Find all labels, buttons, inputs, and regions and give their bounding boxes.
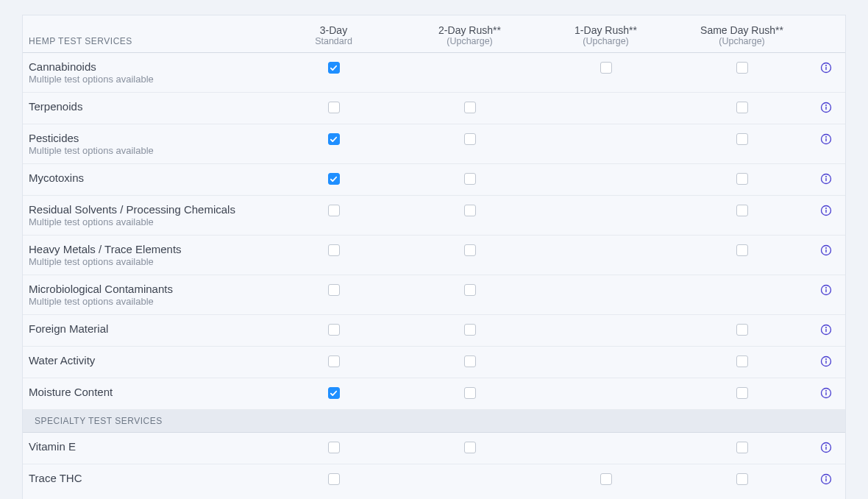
info-icon[interactable] (820, 244, 832, 256)
svg-rect-29 (825, 392, 826, 396)
checkbox-sameday[interactable] (736, 324, 748, 336)
info-icon[interactable] (820, 133, 832, 145)
row-label: Terpenoids (23, 100, 266, 113)
checkbox-3day[interactable] (328, 173, 340, 185)
checkbox-2day[interactable] (464, 244, 476, 256)
info-icon[interactable] (820, 205, 832, 216)
section-header: SPECIALTY TEST SERVICES (23, 410, 845, 433)
column-sameday: Same Day Rush** (Upcharge) (674, 24, 810, 46)
column-2day: 2-Day Rush** (Upcharge) (402, 24, 538, 46)
table-row: Foreign Material (23, 315, 845, 347)
checkbox-sameday[interactable] (736, 442, 748, 453)
svg-point-7 (825, 136, 827, 138)
svg-point-28 (825, 390, 827, 392)
checkbox-2day[interactable] (464, 205, 476, 216)
svg-rect-8 (825, 138, 826, 142)
info-icon[interactable] (820, 387, 832, 399)
table-row: Trace THC (23, 464, 845, 495)
checkbox-3day[interactable] (328, 473, 340, 485)
row-label: Water Activity (23, 354, 266, 367)
checkbox-2day[interactable] (464, 387, 476, 399)
checkbox-3day[interactable] (328, 355, 340, 367)
table-row: PesticidesMultiple test options availabl… (23, 124, 845, 164)
checkbox-3day[interactable] (328, 324, 340, 336)
svg-point-1 (825, 65, 827, 66)
test-name: Trace THC (29, 472, 266, 484)
checkbox-2day[interactable] (464, 355, 476, 367)
svg-rect-35 (825, 478, 826, 482)
table-row: Residual Solvents / Processing Chemicals… (23, 196, 845, 236)
svg-point-22 (825, 327, 827, 328)
checkbox-sameday[interactable] (736, 244, 748, 256)
checkbox-3day[interactable] (328, 205, 340, 216)
table-row: Vitamin E (23, 433, 845, 464)
info-icon[interactable] (820, 284, 832, 296)
checkbox-2day[interactable] (464, 102, 476, 113)
table-row: Mycotoxins (23, 164, 845, 196)
checkbox-3day[interactable] (328, 244, 340, 256)
column-1day: 1-Day Rush** (Upcharge) (538, 24, 674, 46)
table-header-row: HEMP TEST SERVICES 3-Day Standard 2-Day … (23, 15, 845, 53)
test-name: Cannabinoids (29, 60, 266, 73)
checkbox-sameday[interactable] (736, 173, 748, 185)
svg-rect-17 (825, 250, 826, 253)
table-row: Moisture Content (23, 378, 845, 410)
test-name: Vitamin E (29, 440, 266, 453)
section-label: HEMP TEST SERVICES (29, 36, 266, 46)
table-row: Heavy Metals / Trace ElementsMultiple te… (23, 236, 845, 275)
footnote: ** Additional upcharge applies for all r… (23, 495, 845, 499)
svg-point-10 (825, 176, 827, 177)
test-services-table: HEMP TEST SERVICES 3-Day Standard 2-Day … (22, 15, 846, 499)
test-subtext: Multiple test options available (29, 74, 266, 85)
svg-rect-14 (825, 210, 826, 213)
checkbox-1day[interactable] (600, 473, 612, 485)
svg-rect-26 (825, 361, 826, 364)
checkbox-sameday[interactable] (736, 133, 748, 145)
checkbox-sameday[interactable] (736, 102, 748, 113)
column-services: HEMP TEST SERVICES (23, 36, 266, 46)
svg-rect-23 (825, 329, 826, 333)
checkbox-3day[interactable] (328, 133, 340, 145)
row-label: Residual Solvents / Processing Chemicals… (23, 203, 266, 227)
svg-point-16 (825, 247, 827, 249)
svg-rect-5 (825, 107, 826, 110)
svg-rect-2 (825, 67, 826, 71)
checkbox-sameday[interactable] (736, 473, 748, 485)
checkbox-3day[interactable] (328, 387, 340, 399)
checkbox-3day[interactable] (328, 284, 340, 296)
svg-point-4 (825, 105, 827, 106)
info-icon[interactable] (820, 324, 832, 336)
checkbox-3day[interactable] (328, 102, 340, 113)
checkbox-3day[interactable] (328, 62, 340, 74)
checkbox-2day[interactable] (464, 324, 476, 336)
test-name: Moisture Content (29, 386, 266, 398)
info-icon[interactable] (820, 173, 832, 185)
test-name: Microbiological Contaminants (29, 283, 266, 295)
checkbox-sameday[interactable] (736, 62, 748, 74)
test-name: Pesticides (29, 132, 266, 144)
checkbox-3day[interactable] (328, 442, 340, 453)
info-icon[interactable] (820, 355, 832, 367)
table-row: Water Activity (23, 347, 845, 378)
test-subtext: Multiple test options available (29, 216, 266, 227)
row-label: Moisture Content (23, 386, 266, 398)
checkbox-2day[interactable] (464, 284, 476, 296)
row-label: Vitamin E (23, 440, 266, 453)
svg-point-31 (825, 445, 827, 446)
info-icon[interactable] (820, 473, 832, 485)
test-name: Terpenoids (29, 100, 266, 113)
info-icon[interactable] (820, 442, 832, 453)
info-icon[interactable] (820, 102, 832, 113)
checkbox-2day[interactable] (464, 133, 476, 145)
checkbox-2day[interactable] (464, 173, 476, 185)
checkbox-sameday[interactable] (736, 387, 748, 399)
checkbox-sameday[interactable] (736, 355, 748, 367)
row-label: Trace THC (23, 472, 266, 484)
table-row: Terpenoids (23, 93, 845, 124)
checkbox-1day[interactable] (600, 62, 612, 74)
info-icon[interactable] (820, 62, 832, 74)
checkbox-sameday[interactable] (736, 205, 748, 216)
test-subtext: Multiple test options available (29, 145, 266, 156)
svg-rect-32 (825, 447, 826, 450)
checkbox-2day[interactable] (464, 442, 476, 453)
